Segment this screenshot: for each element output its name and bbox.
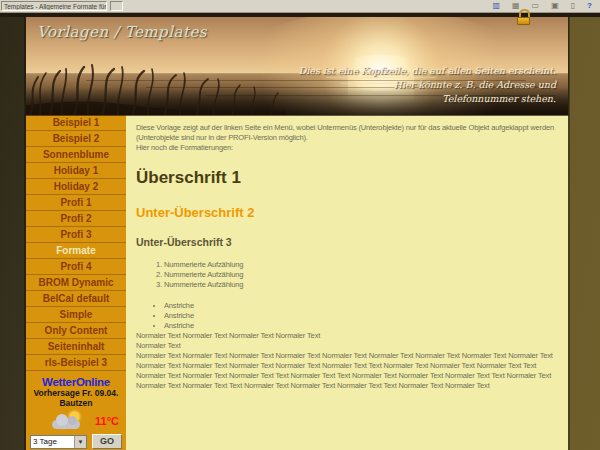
numbered-list-item: Nummerierte Aufzählung	[164, 280, 556, 290]
forecast-date: Vorhersage Fr. 09.04.	[26, 388, 126, 398]
sidebar-item-rls-beispiel-3[interactable]: rls-Beispiel 3	[26, 355, 126, 371]
tagline-line: Telefonnummer stehen.	[299, 92, 556, 106]
normal-text-line: Normaler Text	[136, 341, 181, 350]
heading-2: Unter-Überschrift 2	[136, 205, 556, 220]
sidebar-item-beispiel-1[interactable]: Beispiel 1	[26, 115, 126, 131]
padlock-icon	[517, 9, 531, 24]
sidebar-item-simple[interactable]: Simple	[26, 307, 126, 323]
forecast-range-select[interactable]: 3 Tage ▼	[30, 435, 87, 449]
header-tagline: Dies ist eine Kopfzeile, die auf allen S…	[299, 64, 556, 106]
sidebar-item-seiteninhalt[interactable]: Seiteninhalt	[26, 339, 126, 355]
page-header: Vorlagen / Templates Dies ist eine Kopfz…	[26, 17, 568, 115]
window-icon[interactable]: ▣	[551, 1, 559, 11]
normal-text-paragraph: Normaler Text Normaler Text Normaler Tex…	[136, 331, 556, 351]
chevron-down-icon[interactable]: ▼	[74, 436, 86, 448]
document-icon[interactable]: ▯	[571, 1, 575, 11]
page-title: Vorlagen / Templates	[37, 23, 207, 41]
sidebar-item-sonnenblume[interactable]: Sonnenblume	[26, 147, 126, 163]
weather-widget: WetterOnline Vorhersage Fr. 09.04. Bautz…	[26, 376, 126, 449]
numbered-list-item: Nummerierte Aufzählung	[164, 260, 556, 270]
heading-3: Unter-Überschrift 3	[136, 236, 556, 248]
tagline-line: Hier könnte z. B. die Adresse und	[299, 78, 556, 92]
bullet-list-item: Anstriche	[164, 301, 556, 311]
forecast-icon-row: 11°C	[26, 411, 126, 431]
bookmarks-icon[interactable]: ▥	[492, 1, 500, 11]
sidebar-item-profi-4[interactable]: Profi 4	[26, 259, 126, 275]
sidebar-item-brom-dynamic[interactable]: BROM Dynamic	[26, 275, 126, 291]
browser-chrome: Templates - Allgemeine Formate für Texte…	[0, 0, 600, 13]
normal-text-line: Normaler Text Normaler Text Normaler Tex…	[136, 331, 320, 340]
bullet-list: AnstricheAnstricheAnstriche	[136, 301, 556, 331]
forecast-city: Bautzen	[26, 398, 126, 408]
help-icon[interactable]: ?	[587, 1, 592, 11]
intro-paragraph: Diese Vorlage zeigt auf der linken Seite…	[136, 123, 556, 143]
sidebar-item-formate[interactable]: Formate	[26, 243, 126, 259]
temperature: 11°C	[95, 415, 119, 427]
minimize-icon[interactable]: ▭	[532, 1, 540, 11]
sidebar-item-profi-3[interactable]: Profi 3	[26, 227, 126, 243]
sidebar-item-holiday-1[interactable]: Holiday 1	[26, 163, 126, 179]
sidebar: Beispiel 1Beispiel 2SonnenblumeHoliday 1…	[26, 115, 126, 450]
main-content: Diese Vorlage zeigt auf der linken Seite…	[126, 115, 568, 450]
page-background: Vorlagen / Templates Dies ist eine Kopfz…	[0, 13, 600, 450]
toolbar-icons: ▥ ▦ ▭ ▣ ▯ ?	[492, 0, 592, 12]
bullet-list-item: Anstriche	[164, 311, 556, 321]
sidebar-menu: Beispiel 1Beispiel 2SonnenblumeHoliday 1…	[26, 115, 126, 371]
browser-tab[interactable]: Templates - Allgemeine Formate für Texte…	[1, 1, 107, 11]
sidebar-item-profi-1[interactable]: Profi 1	[26, 195, 126, 211]
screen: Templates - Allgemeine Formate für Texte…	[0, 0, 600, 450]
normal-text-long-paragraph: Normaler Text Normaler Text Normaler Tex…	[136, 351, 556, 391]
tagline-line: Dies ist eine Kopfzeile, die auf allen S…	[299, 64, 556, 78]
heading-1: Überschrift 1	[136, 168, 556, 188]
wetteronline-logo[interactable]: WetterOnline	[26, 376, 126, 388]
toolbar-divider	[110, 1, 123, 11]
sidebar-item-beispiel-2[interactable]: Beispiel 2	[26, 131, 126, 147]
numbered-list-item: Nummerierte Aufzählung	[164, 270, 556, 280]
sidebar-item-holiday-2[interactable]: Holiday 2	[26, 179, 126, 195]
sidebar-item-profi-2[interactable]: Profi 2	[26, 211, 126, 227]
sidebar-item-belcal-default[interactable]: BelCal default	[26, 291, 126, 307]
formats-lead: Hier noch die Formatierungen:	[136, 143, 556, 153]
site-layout: Vorlagen / Templates Dies ist eine Kopfz…	[26, 17, 568, 450]
go-button[interactable]: GO	[92, 434, 122, 449]
cloud-icon	[52, 420, 80, 429]
bullet-list-item: Anstriche	[164, 321, 556, 331]
sidebar-item-only-content[interactable]: Only Content	[26, 323, 126, 339]
forecast-controls: 3 Tage ▼ GO	[26, 434, 126, 449]
numbered-list: Nummerierte AufzählungNummerierte Aufzäh…	[136, 260, 556, 290]
forecast-range-value: 3 Tage	[31, 437, 74, 446]
